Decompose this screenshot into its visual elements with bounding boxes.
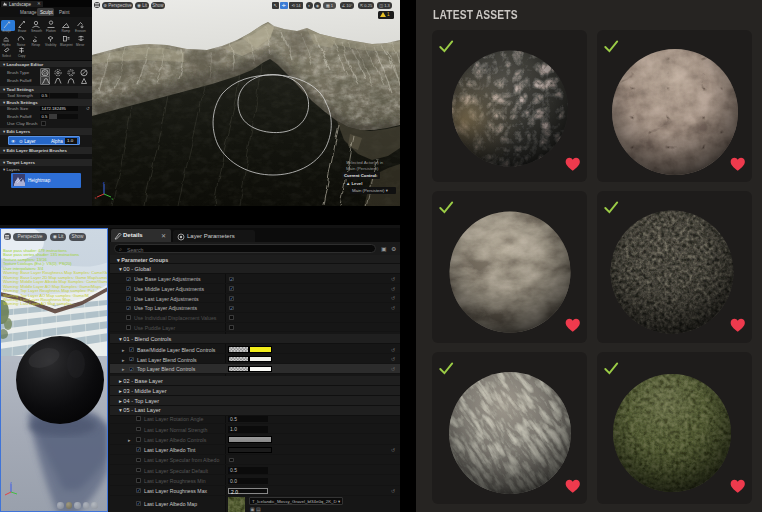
svg-text:x: x [95, 196, 97, 200]
svg-text:z: z [10, 481, 12, 485]
svg-text:z: z [103, 181, 105, 185]
svg-text:y: y [112, 197, 114, 201]
